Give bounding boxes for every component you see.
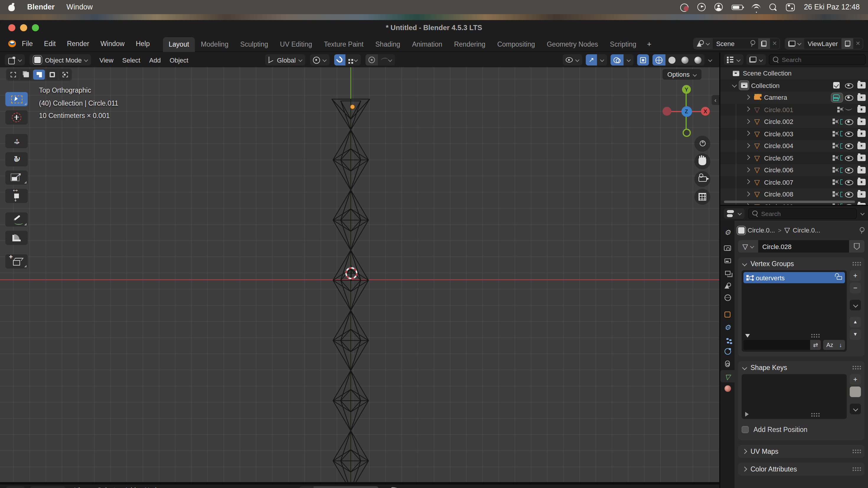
- close-button[interactable]: [8, 24, 16, 31]
- exclude-checkbox[interactable]: [833, 82, 840, 89]
- menu-bar-clock[interactable]: 26 Eki Paz 12:48: [804, 3, 860, 11]
- shading-dropdown-icon[interactable]: [708, 58, 712, 62]
- hide-in-viewport-icon[interactable]: [845, 143, 852, 149]
- zoom-button[interactable]: [694, 136, 710, 152]
- sort-alpha-button[interactable]: Az: [824, 340, 836, 350]
- workspace-tab[interactable]: UV Editing: [274, 37, 318, 52]
- rotate-tool[interactable]: [5, 152, 28, 166]
- hide-in-viewport-icon[interactable]: [845, 119, 852, 125]
- add-workspace-button[interactable]: +: [642, 36, 656, 52]
- disable-in-renders-icon[interactable]: [857, 82, 866, 89]
- apple-menu-icon[interactable]: [8, 3, 16, 11]
- tab-constraints[interactable]: [720, 358, 735, 370]
- outliner-row[interactable]: Circle.003: [720, 128, 868, 140]
- expand-chevron-icon[interactable]: [723, 70, 730, 77]
- fake-user-button[interactable]: [849, 240, 864, 253]
- shading-wireframe-button[interactable]: [652, 54, 665, 65]
- gizmo-z-axis[interactable]: Z: [681, 106, 692, 117]
- expand-chevron-icon[interactable]: [744, 203, 751, 205]
- pan-hand-button[interactable]: [694, 154, 710, 169]
- outliner-row[interactable]: Circle.007: [720, 176, 868, 188]
- expand-chevron-icon[interactable]: [744, 167, 751, 174]
- gizmo-y-axis[interactable]: Y: [682, 85, 691, 94]
- options-button[interactable]: Options: [662, 69, 702, 80]
- editor-type-button[interactable]: [5, 54, 25, 65]
- disable-in-renders-icon[interactable]: [857, 94, 866, 101]
- mesh-type-selector[interactable]: ▽: [738, 240, 758, 253]
- scale-tool[interactable]: [5, 170, 28, 185]
- control-center-icon[interactable]: [786, 3, 795, 11]
- add-rest-position-checkbox[interactable]: [742, 426, 749, 433]
- sort-direction-button[interactable]: ↓: [836, 340, 845, 350]
- hide-in-viewport-icon[interactable]: [845, 106, 852, 113]
- hide-in-viewport-icon[interactable]: [845, 94, 852, 101]
- object-visibility-selector[interactable]: [563, 54, 582, 65]
- expand-chevron-icon[interactable]: [744, 142, 751, 150]
- vertex-groups-list[interactable]: outerverts: [742, 270, 847, 352]
- viewport-menu-item[interactable]: Object: [169, 56, 188, 63]
- modifier-stack-icon[interactable]: [833, 180, 838, 185]
- remove-view-layer-icon[interactable]: ✕: [853, 40, 863, 46]
- scene-name[interactable]: Scene: [713, 40, 747, 47]
- properties-search-input[interactable]: [761, 210, 852, 217]
- viewport-menu-item[interactable]: Add: [149, 56, 161, 63]
- workspace-tab[interactable]: Modeling: [195, 37, 234, 52]
- scene-selector[interactable]: Scene ✕: [693, 37, 780, 49]
- panel-grip-icon[interactable]: [852, 365, 861, 370]
- properties-options-icon[interactable]: [860, 211, 864, 216]
- outliner-search[interactable]: [769, 54, 866, 65]
- proportional-falloff-selector[interactable]: [378, 54, 395, 65]
- expand-chevron-icon[interactable]: [744, 106, 751, 113]
- expand-chevron-icon[interactable]: [744, 94, 751, 101]
- select-mode-set[interactable]: [7, 70, 19, 80]
- list-grip-icon[interactable]: [811, 412, 819, 416]
- outliner-row[interactable]: Circle.008: [720, 188, 868, 200]
- gizmo-y-neg-axis[interactable]: [682, 129, 690, 137]
- display-mode-selector[interactable]: [746, 54, 766, 65]
- new-scene-button[interactable]: [758, 38, 770, 49]
- breadcrumb-object[interactable]: Circle.0...: [748, 227, 775, 234]
- vertex-group-item[interactable]: outerverts: [743, 272, 845, 283]
- workspace-tab[interactable]: Geometry Nodes: [541, 37, 604, 52]
- expand-chevron-icon[interactable]: [744, 118, 751, 125]
- mode-selector[interactable]: Object Mode: [30, 54, 91, 65]
- pin-icon[interactable]: [750, 40, 755, 46]
- remove-shape-key-button[interactable]: [850, 387, 861, 397]
- pivot-point-selector[interactable]: [310, 54, 330, 65]
- hide-in-viewport-icon[interactable]: [845, 179, 852, 186]
- invert-filter-button[interactable]: ⇄: [810, 340, 821, 350]
- breadcrumb-data[interactable]: Circle.0...: [793, 227, 820, 234]
- tab-particles[interactable]: [720, 333, 735, 345]
- modifier-stack-icon[interactable]: [833, 143, 838, 149]
- add-cube-tool[interactable]: [5, 254, 28, 268]
- viewport-menu-item[interactable]: View: [99, 56, 113, 63]
- cursor-tool[interactable]: [5, 110, 28, 125]
- snap-target-selector[interactable]: [345, 54, 361, 65]
- lock-open-icon[interactable]: [837, 276, 842, 280]
- outliner-row[interactable]: Circle.006: [720, 164, 868, 176]
- select-mode-invert[interactable]: [46, 70, 58, 80]
- hide-in-viewport-icon[interactable]: [845, 191, 852, 198]
- show-gizmos-toggle[interactable]: ↗: [586, 54, 597, 65]
- expand-chevron-icon[interactable]: [744, 191, 751, 198]
- workspace-tab[interactable]: Shading: [369, 37, 406, 52]
- camera-data-icon[interactable]: [831, 93, 843, 102]
- filter-toggle-icon[interactable]: [745, 412, 749, 417]
- node-menu-item[interactable]: View: [74, 486, 88, 488]
- expand-chevron-icon[interactable]: [744, 179, 751, 186]
- gizmos-dropdown[interactable]: [597, 54, 607, 65]
- shape-keys-header[interactable]: Shape Keys: [742, 361, 861, 374]
- tab-physics[interactable]: [720, 345, 735, 358]
- shape-keys-list[interactable]: [742, 374, 847, 419]
- move-tool[interactable]: [5, 134, 28, 148]
- view-layer-selector[interactable]: ViewLayer ✕: [785, 37, 863, 49]
- menu-window[interactable]: Window: [66, 3, 93, 11]
- hide-in-viewport-icon[interactable]: [845, 131, 852, 137]
- sidebar-collapse-tab[interactable]: ‹: [712, 95, 719, 105]
- modifier-stack-icon[interactable]: [833, 167, 838, 173]
- disable-in-renders-icon[interactable]: [857, 167, 866, 173]
- gizmo-x-axis[interactable]: X: [701, 107, 710, 116]
- camera-view-button[interactable]: [694, 171, 710, 187]
- unlink-scene-icon[interactable]: ✕: [770, 40, 779, 46]
- transform-orientation-selector[interactable]: Global: [265, 54, 305, 65]
